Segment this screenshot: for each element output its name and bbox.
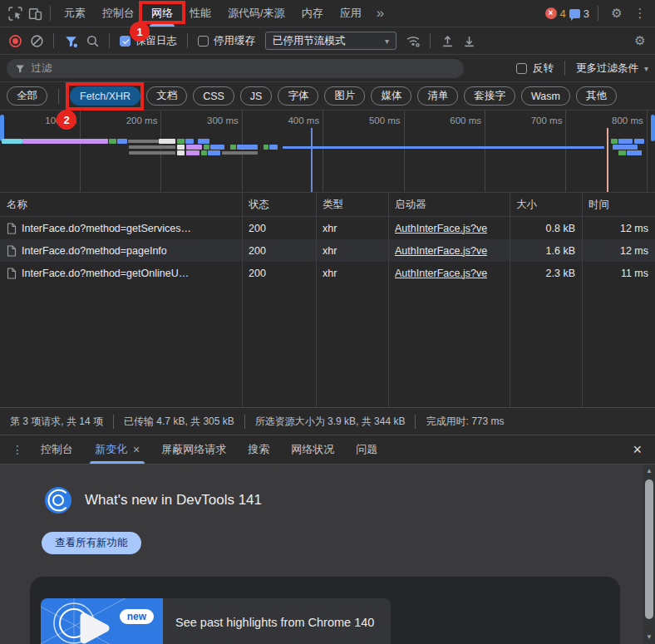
- device-toolbar-icon[interactable]: [25, 3, 45, 23]
- export-har-icon[interactable]: [459, 31, 479, 51]
- table-row[interactable]: InterFace.do?method=pageInfo 200 xhr Aut…: [0, 239, 655, 262]
- highlight-tile[interactable]: new See past highlights from Chrome 140: [41, 598, 391, 644]
- waterfall-bar: [204, 145, 209, 150]
- clear-network-log-icon[interactable]: [27, 31, 47, 51]
- more-filters-button[interactable]: 更多过滤条件: [576, 61, 638, 76]
- chip-all[interactable]: 全部: [7, 86, 47, 106]
- column-header-status[interactable]: 状态: [242, 193, 316, 216]
- error-count-badge[interactable]: × 4: [545, 7, 566, 20]
- column-header-type[interactable]: 类型: [316, 193, 388, 216]
- drawer-tab-console[interactable]: 控制台: [30, 435, 84, 464]
- table-row[interactable]: InterFace.do?method=getServices… 200 xhr…: [0, 217, 655, 239]
- column-header-name[interactable]: 名称: [0, 193, 242, 216]
- tab-network[interactable]: 网络 1: [143, 0, 181, 27]
- filter-input[interactable]: [32, 62, 456, 74]
- initiator-link[interactable]: AuthInterFace.js?ve: [395, 268, 487, 279]
- drawer-tab-search[interactable]: 搜索: [237, 435, 280, 464]
- scrollbar[interactable]: ▲ ▼: [643, 465, 655, 644]
- tick-label: 500 ms: [344, 116, 401, 125]
- filter-input-box[interactable]: [7, 59, 464, 78]
- chip-wasm[interactable]: Wasm: [521, 86, 570, 106]
- drawer-tab-network-conditions[interactable]: 网络状况: [280, 435, 345, 464]
- scroll-down-icon[interactable]: ▼: [646, 631, 653, 642]
- tick-label: 600 ms: [425, 116, 481, 125]
- throttling-select[interactable]: 已停用节流模式 ▾: [265, 32, 396, 50]
- overview-left-handle[interactable]: [0, 115, 4, 141]
- chip-css[interactable]: CSS: [193, 86, 234, 106]
- more-tabs-icon[interactable]: »: [370, 0, 391, 27]
- drawer-kebab-menu-icon[interactable]: ⋮: [5, 443, 30, 456]
- waterfall-bar: [283, 146, 604, 149]
- request-type-filters: 全部 Fetch/XHR 2 文档 CSS JS 字体 图片 媒体 清单 套接字…: [0, 82, 655, 111]
- tab-performance[interactable]: 性能: [181, 0, 219, 27]
- chip-js[interactable]: JS: [240, 86, 273, 106]
- search-icon[interactable]: [82, 31, 102, 51]
- table-row[interactable]: InterFace.do?method=getOnlineU… 200 xhr …: [0, 262, 655, 284]
- column-header-initiator[interactable]: 启动器: [388, 193, 510, 216]
- filter-funnel-icon[interactable]: [61, 31, 81, 51]
- overview-right-handle[interactable]: [651, 115, 655, 141]
- network-conditions-icon[interactable]: [403, 31, 423, 51]
- column-divider[interactable]: [242, 193, 243, 407]
- chip-manifest[interactable]: 清单: [417, 86, 458, 106]
- chip-fetch-xhr[interactable]: Fetch/XHR 2: [70, 86, 140, 106]
- record-network-log-icon[interactable]: [5, 31, 25, 51]
- highlight-link-text[interactable]: See past highlights from Chrome 140: [163, 598, 391, 644]
- chip-doc[interactable]: 文档: [146, 86, 187, 106]
- waterfall-bar: [186, 145, 202, 150]
- kebab-menu-icon[interactable]: ⋮: [630, 3, 650, 23]
- network-overview-timeline[interactable]: 100 ms200 ms300 ms400 ms500 ms600 ms700 …: [0, 111, 655, 193]
- domcontentloaded-marker: [311, 128, 313, 192]
- drawer-tab-issues[interactable]: 问题: [345, 435, 388, 464]
- request-name: InterFace.do?method=pageInfo: [22, 245, 167, 257]
- invert-checkbox[interactable]: [516, 63, 527, 74]
- initiator-link[interactable]: AuthInterFace.js?ve: [395, 245, 487, 257]
- divider: [58, 89, 59, 104]
- column-header-time[interactable]: 时间: [582, 193, 655, 216]
- tab-application[interactable]: 应用: [332, 0, 370, 27]
- column-divider[interactable]: [510, 193, 510, 407]
- inspect-element-icon[interactable]: [5, 3, 25, 23]
- chip-other[interactable]: 其他: [576, 86, 617, 106]
- message-count-badge[interactable]: 3: [569, 7, 589, 20]
- preserve-log-checkbox[interactable]: [120, 36, 131, 47]
- divider: [53, 33, 54, 48]
- disable-cache-toggle[interactable]: 停用缓存: [195, 34, 259, 48]
- see-all-features-button[interactable]: 查看所有新功能: [42, 532, 141, 554]
- devtools-window: 元素 控制台 网络 1 性能 源代码/来源 内存 应用 » × 4 3: [0, 0, 655, 644]
- close-drawer-icon[interactable]: ×: [624, 441, 650, 459]
- waterfall-bar: [177, 150, 185, 155]
- column-divider[interactable]: [388, 193, 389, 407]
- tab-elements[interactable]: 元素: [56, 0, 94, 27]
- import-har-icon[interactable]: [437, 31, 457, 51]
- request-size: 0.8 kB: [510, 217, 582, 239]
- drawer-tab-network-blocking[interactable]: 屏蔽网络请求: [150, 435, 237, 464]
- tab-sources[interactable]: 源代码/来源: [219, 0, 293, 27]
- column-divider[interactable]: [316, 193, 317, 407]
- close-tab-icon[interactable]: ×: [133, 443, 140, 456]
- waterfall-bar: [611, 139, 618, 144]
- chip-font[interactable]: 字体: [278, 86, 318, 106]
- tab-memory[interactable]: 内存: [293, 0, 332, 27]
- scroll-up-icon[interactable]: ▲: [646, 465, 653, 476]
- scrollbar-thumb[interactable]: [645, 479, 653, 619]
- request-status: 200: [242, 239, 316, 262]
- annotation-badge-2: 2: [57, 110, 76, 130]
- play-icon: [77, 612, 112, 644]
- chip-img[interactable]: 图片: [324, 86, 365, 106]
- chip-socket[interactable]: 套接字: [464, 86, 515, 106]
- network-settings-gear-icon[interactable]: ⚙: [630, 31, 650, 51]
- initiator-link[interactable]: AuthInterFace.js?ve: [395, 223, 487, 234]
- settings-gear-icon[interactable]: ⚙: [607, 3, 627, 23]
- throttling-value: 已停用节流模式: [273, 34, 346, 48]
- request-type: xhr: [316, 262, 388, 284]
- column-header-size[interactable]: 大小: [510, 193, 582, 216]
- waterfall-bar: [222, 151, 258, 155]
- drawer-tab-whats-new[interactable]: 新变化 ×: [84, 435, 150, 464]
- column-divider[interactable]: [582, 193, 583, 407]
- waterfall-bar: [618, 139, 633, 144]
- filter-bar: 反转 更多过滤条件 ▾: [0, 55, 655, 82]
- disable-cache-checkbox[interactable]: [198, 36, 209, 47]
- tick-label: 200 ms: [101, 116, 157, 125]
- chip-media[interactable]: 媒体: [371, 86, 411, 106]
